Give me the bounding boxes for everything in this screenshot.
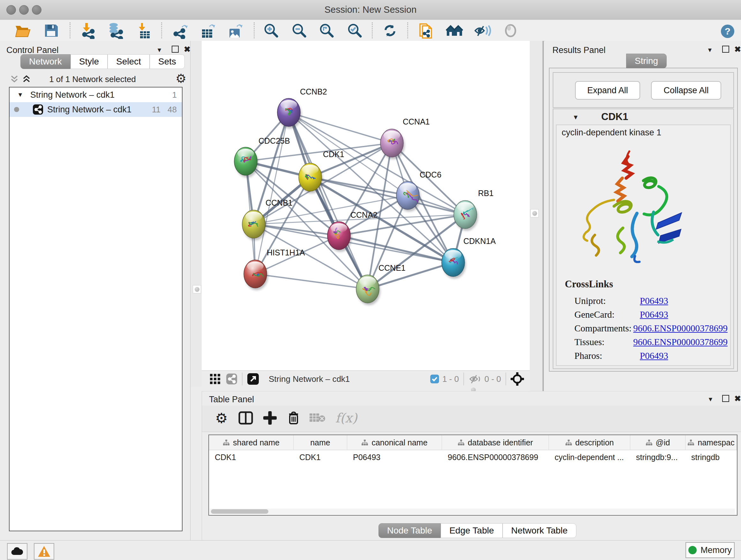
- table-cell[interactable]: CDK1: [293, 450, 347, 464]
- tab-sets[interactable]: Sets: [150, 54, 185, 69]
- clone-network-button[interactable]: [417, 22, 434, 40]
- cloud-status-button[interactable]: [7, 543, 27, 560]
- column-header[interactable]: namespac: [685, 435, 737, 450]
- tab-string-results[interactable]: String: [626, 54, 667, 68]
- node-label: CCNA1: [403, 117, 430, 126]
- network-edge[interactable]: [289, 112, 465, 214]
- import-network-from-file-button[interactable]: [80, 22, 98, 40]
- panel-close-button[interactable]: ✖: [184, 45, 191, 54]
- function-builder-button-disabled[interactable]: f(x): [331, 408, 361, 428]
- export-network-button[interactable]: [172, 22, 190, 40]
- tab-select[interactable]: Select: [108, 54, 150, 69]
- network-edge[interactable]: [289, 112, 392, 143]
- string-view-icon[interactable]: [226, 373, 238, 385]
- crosslink-link[interactable]: P06493: [640, 296, 668, 306]
- panel-menu-button[interactable]: ▼: [707, 47, 713, 54]
- network-canvas[interactable]: CCNB2CCNA1CDC25BCDK1CDC6RB1CCNB1CCNA2CDK…: [202, 41, 530, 370]
- delete-column-button[interactable]: [284, 408, 304, 428]
- network-node-cdkn1a[interactable]: CDKN1A: [442, 237, 496, 279]
- network-options-gear-icon[interactable]: ⚙: [176, 71, 186, 85]
- left-splitter[interactable]: [191, 41, 202, 387]
- save-session-button[interactable]: [42, 22, 60, 40]
- import-table-from-file-button[interactable]: [135, 22, 153, 40]
- network-node-ccnb2[interactable]: CCNB2: [277, 87, 327, 129]
- expand-all-button[interactable]: Expand All: [575, 81, 640, 100]
- panel-close-button[interactable]: ✖: [734, 45, 741, 54]
- table-h-scrollbar[interactable]: [210, 509, 735, 514]
- table-row[interactable]: CDK1CDK1P064939606.ENSP00000378699cyclin…: [209, 450, 737, 464]
- create-column-button[interactable]: [260, 408, 280, 428]
- show-all-button-disabled[interactable]: [502, 22, 520, 40]
- column-header[interactable]: canonical name: [347, 435, 442, 450]
- birdseye-crosshair-icon[interactable]: [511, 372, 524, 386]
- memory-button[interactable]: Memory: [685, 542, 735, 558]
- panel-menu-button[interactable]: ▼: [156, 47, 162, 54]
- show-columns-button[interactable]: [236, 408, 256, 428]
- expand-all-icon[interactable]: [22, 74, 31, 84]
- table-cell[interactable]: stringdb:9...: [630, 450, 685, 464]
- tab-network-table[interactable]: Network Table: [502, 523, 576, 538]
- panel-float-button[interactable]: [722, 46, 729, 54]
- tab-edge-table[interactable]: Edge Table: [441, 523, 502, 538]
- open-session-button[interactable]: [14, 22, 32, 40]
- network-edge[interactable]: [255, 274, 367, 289]
- warnings-button[interactable]: [34, 543, 54, 560]
- hide-selected-button[interactable]: [474, 22, 491, 40]
- panel-float-button[interactable]: [172, 46, 179, 54]
- collapse-all-button[interactable]: Collapse All: [651, 81, 721, 100]
- table-cell[interactable]: CDK1: [209, 450, 293, 464]
- right-splitter-handle[interactable]: [530, 209, 539, 217]
- zoom-in-button[interactable]: [262, 22, 280, 40]
- table-cell[interactable]: stringdb: [685, 450, 737, 464]
- tab-style[interactable]: Style: [71, 54, 108, 69]
- table-cell[interactable]: P06493: [347, 450, 442, 464]
- network-edge[interactable]: [339, 236, 453, 262]
- zoom-selected-button[interactable]: [346, 22, 364, 40]
- left-splitter-handle[interactable]: [193, 285, 201, 294]
- column-header[interactable]: database identifier: [442, 435, 549, 450]
- export-table-button[interactable]: [199, 22, 217, 40]
- refresh-button[interactable]: [381, 22, 399, 40]
- first-neighbors-button[interactable]: [446, 22, 463, 40]
- table-cell[interactable]: cyclin-dependent ...: [549, 450, 630, 464]
- table-options-button[interactable]: ⚙: [212, 408, 231, 428]
- network-node-rb1[interactable]: RB1: [454, 189, 494, 231]
- open-in-window-icon[interactable]: [247, 373, 259, 385]
- result-expander-icon[interactable]: ▼: [572, 114, 579, 121]
- import-network-from-database-button[interactable]: [107, 22, 125, 40]
- network-node-hist1h1a[interactable]: HIST1H1A: [244, 248, 305, 290]
- network-edge[interactable]: [289, 112, 367, 289]
- panel-menu-button[interactable]: ▼: [708, 396, 714, 403]
- zoom-fit-button[interactable]: [318, 22, 336, 40]
- crosslink-link[interactable]: 9606.ENSP00000378699: [633, 337, 728, 348]
- network-edge[interactable]: [367, 195, 408, 289]
- delete-table-button-disabled[interactable]: [307, 408, 327, 428]
- tab-node-table[interactable]: Node Table: [379, 523, 441, 538]
- tab-network[interactable]: Network: [20, 54, 71, 69]
- panel-close-button[interactable]: ✖: [734, 394, 741, 403]
- crosslink-link[interactable]: P06493: [640, 309, 668, 320]
- crosslink-link[interactable]: P06493: [640, 351, 668, 361]
- column-header[interactable]: description: [549, 435, 630, 450]
- network-node-cdc6[interactable]: CDC6: [396, 170, 441, 212]
- panel-float-button[interactable]: [722, 395, 729, 403]
- thumbnail-grid-icon[interactable]: [209, 373, 221, 385]
- scrollbar-thumb[interactable]: [211, 509, 268, 514]
- collection-expander-icon[interactable]: ▼: [17, 91, 23, 98]
- network-row-selected[interactable]: String Network – cdk1 11 48: [10, 102, 182, 117]
- network-graph[interactable]: CCNB2CCNA1CDC25BCDK1CDC6RB1CCNB1CCNA2CDK…: [202, 41, 530, 370]
- network-node-ccna1[interactable]: CCNA1: [381, 117, 430, 159]
- table-cell[interactable]: 9606.ENSP00000378699: [442, 450, 549, 464]
- selected-checkbox-icon[interactable]: [430, 374, 439, 383]
- export-image-button[interactable]: [226, 22, 245, 40]
- collapse-all-icon[interactable]: [10, 74, 19, 84]
- network-collection-row[interactable]: ▼ String Network – cdk1 1: [10, 87, 182, 102]
- help-button[interactable]: ?: [719, 22, 737, 40]
- zoom-out-button[interactable]: [290, 22, 308, 40]
- network-edge[interactable]: [254, 112, 289, 224]
- result-description: cyclin-dependent kinase 1: [562, 128, 661, 138]
- column-header[interactable]: @id: [630, 435, 685, 450]
- crosslink-link[interactable]: 9606.ENSP00000378699: [633, 323, 728, 334]
- column-header[interactable]: shared name: [209, 435, 293, 450]
- column-header[interactable]: name: [293, 435, 347, 450]
